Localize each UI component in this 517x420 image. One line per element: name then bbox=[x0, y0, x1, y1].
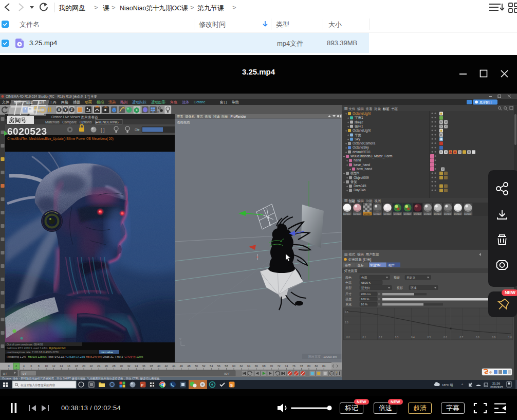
svg-text:90 F: 90 F bbox=[224, 372, 230, 375]
svg-text:渲染: 渲染 bbox=[108, 100, 116, 104]
svg-text:hand: hand bbox=[354, 158, 361, 162]
svg-text:76: 76 bbox=[292, 364, 296, 368]
svg-text:Defaul: Defaul bbox=[363, 213, 371, 215]
svg-text:[ ]: [ ] bbox=[101, 127, 105, 133]
svg-text:GeForce RTX 2070 S used 7.2/8G: GeForce RTX 2070 S used 7.2/8G RgbSpAd 3… bbox=[7, 346, 66, 350]
svg-text:2: 2 bbox=[15, 364, 17, 368]
svg-text:0 F: 0 F bbox=[23, 372, 27, 375]
svg-text:细节: 细节 bbox=[389, 264, 395, 267]
svg-text:max value: max value bbox=[101, 351, 113, 354]
svg-text:常规5M: 常规5M bbox=[370, 263, 380, 267]
svg-text:2020/3/25: 2020/3/25 bbox=[490, 386, 503, 389]
svg-text:模拟: 模拟 bbox=[97, 100, 104, 104]
svg-text:类型: 类型 bbox=[345, 286, 352, 290]
svg-text:Y: Y bbox=[179, 338, 181, 341]
svg-text:CINEMA 4D R19.024 Studio (RC -: CINEMA 4D R19.024 Studio (RC - R19) R19 … bbox=[6, 95, 98, 99]
svg-text:6: 6 bbox=[30, 364, 32, 368]
svg-text:DayC4b: DayC4b bbox=[354, 188, 366, 192]
svg-text:文件: 文件 bbox=[2, 100, 9, 104]
svg-text:CheckBrd/Tex: MeshbluesBlse_Up: CheckBrd/Tex: MeshbluesBlse_Update() Bil… bbox=[7, 137, 114, 141]
svg-text:OctaneLight: OctaneLight bbox=[353, 129, 371, 133]
svg-text:1.0: 1.0 bbox=[508, 336, 512, 339]
svg-text:18: 18 bbox=[75, 364, 78, 368]
svg-text:0.0: 0.0 bbox=[346, 336, 350, 339]
svg-text:Defaul: Defaul bbox=[354, 213, 361, 215]
svg-text:0.9: 0.9 bbox=[492, 336, 496, 339]
svg-text:Y: Y bbox=[64, 108, 67, 112]
svg-text:☰ 文件 编辑 查看 对象 标签 书签: ☰ 文件 编辑 查看 对象 标签 书签 bbox=[344, 107, 398, 111]
svg-text:运动跟踪: 运动跟踪 bbox=[132, 100, 146, 104]
svg-text:54: 54 bbox=[210, 364, 213, 368]
svg-text:尺寸: 尺寸 bbox=[345, 293, 352, 296]
svg-text:base_hand: base_hand bbox=[354, 163, 371, 167]
svg-text:衰减: 衰减 bbox=[345, 302, 352, 306]
svg-text:Defaul: Defaul bbox=[414, 213, 421, 215]
svg-text:Rendering 1.2% Mb/Sek 126m/s: Rendering 1.2% Mb/Sek 126m/s Time: 0:42 … bbox=[7, 355, 143, 359]
svg-text:网格: 网格 bbox=[61, 100, 68, 104]
svg-text:色温: 色温 bbox=[361, 276, 367, 280]
svg-text:基本: 基本 bbox=[345, 264, 351, 267]
svg-text:窗口: 窗口 bbox=[220, 100, 227, 104]
svg-text:OctaneCamera: OctaneCamera bbox=[353, 141, 375, 145]
svg-text:0.6: 0.6 bbox=[444, 336, 447, 339]
svg-text:52: 52 bbox=[202, 364, 205, 368]
svg-text:雕刻: 雕刻 bbox=[120, 100, 127, 104]
svg-text:0: 0 bbox=[8, 364, 9, 368]
svg-text:Otr:: Otr: bbox=[135, 128, 140, 132]
svg-text:Defaul: Defaul bbox=[343, 213, 350, 215]
svg-text:200 cm: 200 cm bbox=[361, 293, 371, 296]
svg-text:区域: 区域 bbox=[411, 286, 417, 289]
svg-text:Defaul: Defaul bbox=[464, 213, 471, 215]
svg-text:0.4: 0.4 bbox=[411, 336, 415, 339]
svg-text:2.0: 2.0 bbox=[345, 321, 348, 324]
svg-text:82: 82 bbox=[315, 364, 318, 368]
svg-text:58: 58 bbox=[225, 364, 228, 368]
svg-text:骨架: 骨架 bbox=[350, 180, 358, 184]
svg-text:宇宙1: 宇宙1 bbox=[355, 116, 363, 120]
svg-text:Defaul: Defaul bbox=[444, 213, 451, 215]
svg-text:Defaul: Defaul bbox=[404, 213, 411, 215]
svg-text:帮助: 帮助 bbox=[232, 100, 239, 104]
svg-text:28: 28 bbox=[112, 364, 115, 368]
svg-text:48: 48 bbox=[187, 364, 190, 368]
svg-text:Defaul: Defaul bbox=[394, 213, 401, 215]
svg-text:P: P bbox=[141, 384, 144, 387]
svg-text:78: 78 bbox=[300, 364, 303, 368]
svg-text:12: 12 bbox=[52, 364, 55, 368]
svg-text:坐标: 坐标 bbox=[357, 264, 364, 267]
svg-text:Octane: Octane bbox=[194, 100, 206, 104]
svg-text:Defaul: Defaul bbox=[434, 213, 441, 215]
svg-text:0.7: 0.7 bbox=[460, 336, 464, 339]
svg-text:14: 14 bbox=[60, 364, 63, 368]
svg-text:色温: 色温 bbox=[345, 281, 352, 284]
svg-text:74: 74 bbox=[285, 364, 288, 368]
svg-text:70: 70 bbox=[270, 364, 273, 368]
svg-text:P: P bbox=[330, 372, 333, 375]
svg-text:Dres045: Dres045 bbox=[354, 184, 366, 188]
svg-text:10 %: 10 % bbox=[361, 303, 367, 306]
svg-text:30: 30 bbox=[120, 364, 123, 368]
svg-text:循环1: 循环1 bbox=[355, 124, 363, 129]
svg-text:自定义: 自定义 bbox=[407, 276, 416, 280]
svg-text:Defaul: Defaul bbox=[383, 213, 391, 215]
svg-text:6500 K: 6500 K bbox=[361, 281, 371, 284]
svg-text:Materials Compare Options: Materials Compare Options ▶ bbox=[45, 120, 99, 124]
svg-text:22: 22 bbox=[89, 364, 93, 368]
svg-text:强度: 强度 bbox=[345, 297, 352, 301]
svg-text:21:26: 21:26 bbox=[492, 382, 501, 385]
svg-text:Z: Z bbox=[71, 108, 73, 112]
svg-text:工具: 工具 bbox=[49, 100, 57, 104]
svg-text:66: 66 bbox=[255, 364, 258, 368]
svg-text:在这里输入你要搜索的内容: 在这里输入你要搜索的内容 bbox=[21, 384, 56, 387]
svg-text:动画: 动画 bbox=[85, 100, 92, 104]
svg-text:46: 46 bbox=[180, 364, 183, 368]
svg-text:Out of core used/max: 0B/4GB: Out of core used/max: 0B/4GB bbox=[7, 343, 43, 346]
svg-text:50: 50 bbox=[195, 364, 198, 368]
svg-text:灯光设置: 灯光设置 bbox=[344, 269, 358, 273]
svg-text:平面: 平面 bbox=[355, 133, 362, 137]
svg-text:Defaul: Defaul bbox=[454, 213, 461, 215]
svg-text:4: 4 bbox=[23, 364, 25, 368]
svg-text:模型5: 模型5 bbox=[350, 171, 359, 175]
svg-text:8: 8 bbox=[38, 364, 40, 368]
svg-text:流体: 流体 bbox=[182, 100, 189, 104]
